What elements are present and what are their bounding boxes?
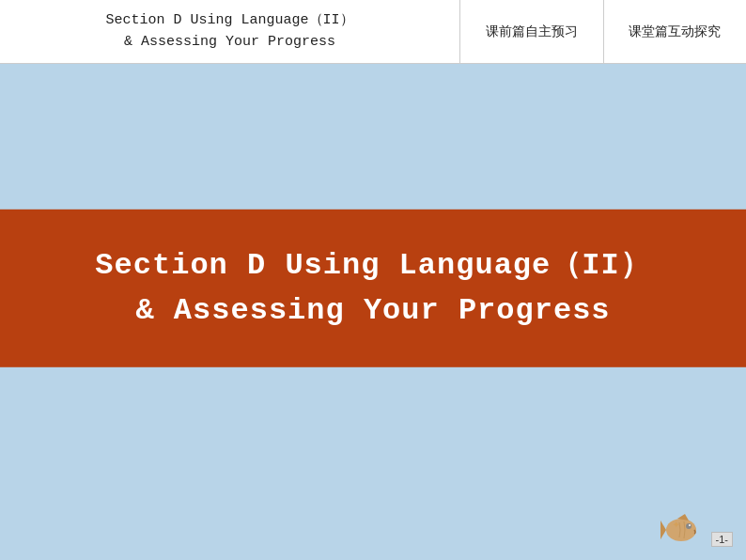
svg-point-0: [666, 519, 696, 541]
banner-line2: & Assessing Your Progress: [135, 293, 610, 328]
svg-point-3: [686, 523, 692, 529]
header-nav: 课前篇自主预习 课堂篇互动探究: [460, 0, 746, 63]
header-title: Section D Using Language（II） & Assessing…: [105, 10, 353, 53]
banner-line1: Section D Using Language（II）: [95, 248, 650, 283]
nav-item-classroom[interactable]: 课堂篇互动探究: [604, 0, 747, 63]
header-title-line1: Section D Using Language（II）: [105, 12, 353, 28]
svg-point-4: [689, 524, 691, 526]
page-number: -1-: [711, 532, 733, 547]
slide-area: Section D Using Language（II） & Assessing…: [0, 64, 746, 560]
red-banner: Section D Using Language（II） & Assessing…: [0, 210, 746, 367]
header-bar: Section D Using Language（II） & Assessing…: [0, 0, 746, 64]
header-title-cell: Section D Using Language（II） & Assessing…: [0, 0, 460, 63]
nav-item-preview[interactable]: 课前篇自主预习: [460, 0, 604, 63]
header-title-line2: & Assessing Your Progress: [124, 34, 335, 50]
banner-text: Section D Using Language（II） & Assessing…: [95, 243, 650, 334]
fish-container: -1-: [661, 507, 733, 549]
svg-marker-1: [661, 521, 666, 539]
fish-icon: [661, 507, 709, 549]
